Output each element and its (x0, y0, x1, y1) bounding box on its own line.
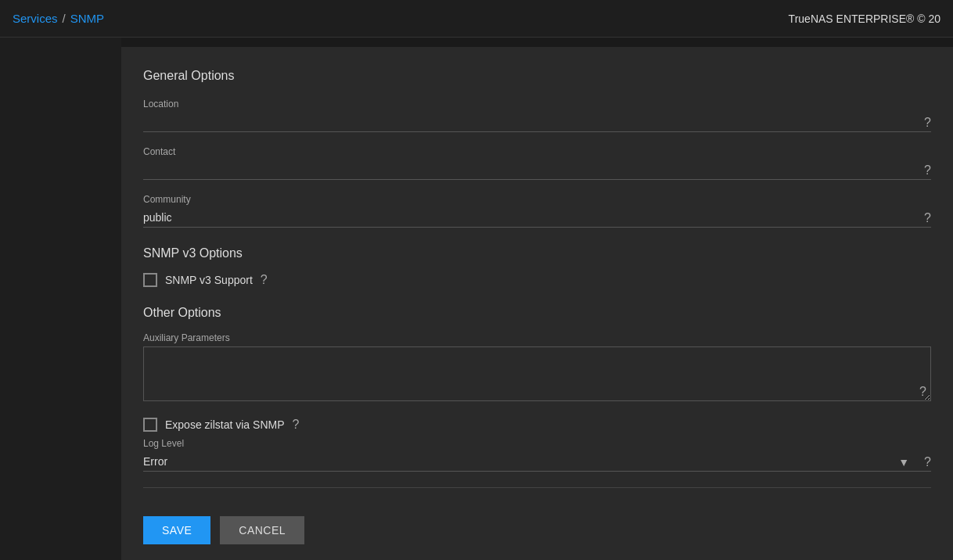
auxiliary-params-label: Auxiliary Parameters (143, 332, 931, 343)
other-options-title: Other Options (143, 306, 931, 320)
community-help-icon[interactable]: ? (924, 211, 931, 225)
snmp-v3-support-label: SNMP v3 Support (165, 274, 253, 286)
sidebar (0, 38, 121, 560)
breadcrumb-services[interactable]: Services (13, 12, 58, 25)
location-input[interactable] (143, 113, 931, 132)
expose-zilstat-checkbox[interactable] (143, 418, 157, 432)
app-title: TrueNAS ENTERPRISE® © 20 (789, 13, 940, 25)
contact-help-icon[interactable]: ? (924, 163, 931, 178)
snmp-v3-title: SNMP v3 Options (143, 246, 931, 260)
auxiliary-params-textarea[interactable] (143, 346, 931, 401)
expose-zilstat-help-icon[interactable]: ? (293, 418, 300, 432)
log-level-select-wrapper: Emergency Alert Critical Error Warning N… (143, 452, 931, 472)
expose-zilstat-label: Expose zilstat via SNMP (165, 418, 285, 431)
breadcrumb: Services / SNMP (13, 12, 104, 25)
log-level-select[interactable]: Emergency Alert Critical Error Warning N… (143, 452, 931, 472)
community-label: Community (143, 194, 931, 205)
log-level-label: Log Level (143, 438, 931, 449)
log-level-help-icon[interactable]: ? (924, 455, 931, 469)
snmp-v3-support-checkbox[interactable] (143, 273, 157, 287)
save-button[interactable]: SAVE (143, 516, 210, 544)
location-group: Location ? (143, 99, 931, 132)
main-content: General Options Location ? Contact ? Com… (121, 47, 953, 560)
breadcrumb-snmp: SNMP (70, 12, 104, 25)
action-bar: SAVE CANCEL (143, 504, 931, 551)
location-label: Location (143, 99, 931, 109)
auxiliary-params-wrapper: ? (143, 346, 931, 404)
contact-input-wrapper: ? (143, 160, 931, 180)
contact-group: Contact ? (143, 146, 931, 180)
auxiliary-params-group: Auxiliary Parameters ? (143, 332, 931, 404)
location-input-wrapper: ? (143, 113, 931, 132)
location-help-icon[interactable]: ? (924, 116, 931, 130)
contact-input[interactable] (143, 160, 931, 180)
general-options-title: General Options (143, 69, 931, 83)
action-divider (143, 487, 931, 488)
expose-zilstat-row: Expose zilstat via SNMP ? (143, 418, 931, 432)
cancel-button[interactable]: CANCEL (220, 516, 304, 544)
topbar: Services / SNMP TrueNAS ENTERPRISE® © 20 (0, 0, 953, 38)
community-input-wrapper: ? (143, 208, 931, 228)
breadcrumb-separator: / (63, 12, 66, 25)
community-input[interactable] (143, 208, 931, 228)
contact-label: Contact (143, 146, 931, 157)
snmp-v3-support-row: SNMP v3 Support ? (143, 273, 931, 287)
community-group: Community ? (143, 194, 931, 228)
auxiliary-params-help-icon[interactable]: ? (919, 385, 926, 399)
snmp-v3-support-help-icon[interactable]: ? (261, 273, 268, 287)
log-level-group: Log Level Emergency Alert Critical Error… (143, 438, 931, 472)
